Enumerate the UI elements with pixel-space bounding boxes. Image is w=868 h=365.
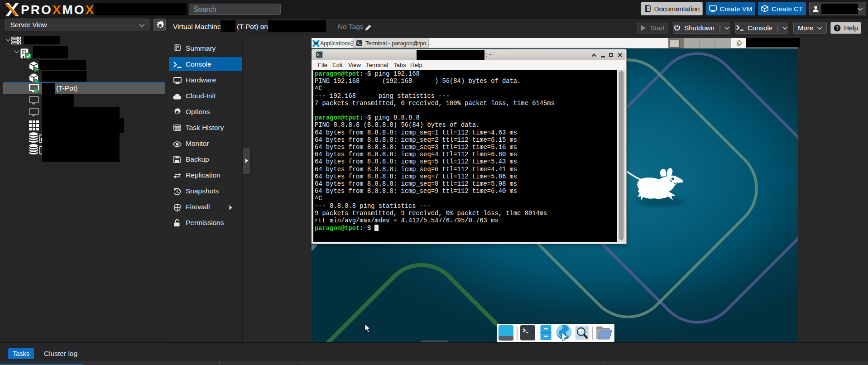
svg-text:?: ? [836, 25, 839, 31]
